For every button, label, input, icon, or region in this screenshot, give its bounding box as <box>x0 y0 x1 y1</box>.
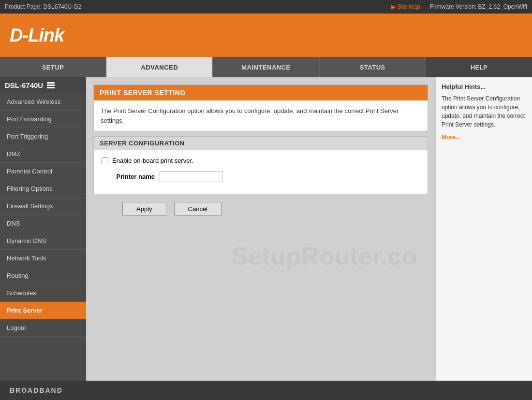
tab-help[interactable]: HELP <box>426 57 532 77</box>
logo: D-Link <box>10 25 64 46</box>
sidebar-item-port-triggering[interactable]: Port Triggering <box>0 128 86 145</box>
content-area: SetupRouter.co PRINT SERVER SETTING The … <box>86 77 435 381</box>
main-layout: DSL-6740U Advanced Wireless Port Forward… <box>0 77 532 381</box>
sidebar-item-network-tools[interactable]: Network Tools <box>0 250 86 267</box>
page-content: SetupRouter.co PRINT SERVER SETTING The … <box>86 77 435 381</box>
firmware-label: Firmware Version: BZ_2.62_OpenWifi <box>430 3 527 10</box>
sidebar-item-parental-control[interactable]: Parental Control <box>0 163 86 180</box>
sidebar-item-schedules[interactable]: Schedules <box>0 285 86 302</box>
print-server-section: PRINT SERVER SETTING The Print Server Co… <box>93 85 428 131</box>
sidebar-item-firewall-settings[interactable]: Firewall Settings <box>0 198 86 215</box>
tab-setup[interactable]: SETUP <box>0 57 106 77</box>
watermark: SetupRouter.co <box>231 242 417 271</box>
sidebar-item-logout[interactable]: Logout <box>0 319 86 337</box>
printer-name-row: Printer name <box>102 171 420 182</box>
enable-print-server-checkbox[interactable] <box>102 157 108 164</box>
sidebar-item-filtering-options[interactable]: Filtering Options <box>0 180 86 198</box>
server-config-box: SERVER CONFIGURATION Enable on-board pri… <box>93 136 428 194</box>
device-label: DSL-6740U <box>0 77 86 93</box>
help-text: The Print Server Configuration option al… <box>442 94 526 129</box>
header: D-Link <box>0 14 532 57</box>
enable-checkbox-label: Enable on-board print server. <box>112 157 193 164</box>
sitemap-link[interactable]: Site Map <box>391 3 420 10</box>
sidebar-item-dmz[interactable]: DMZ <box>0 145 86 163</box>
print-server-title: PRINT SERVER SETTING <box>94 85 428 100</box>
apply-button[interactable]: Apply <box>122 202 166 216</box>
footer: BROADBAND <box>0 381 532 400</box>
sidebar: DSL-6740U Advanced Wireless Port Forward… <box>0 77 86 381</box>
help-title: Helpful Hints... <box>442 83 526 90</box>
tab-maintenance[interactable]: MAINTENANCE <box>213 57 319 77</box>
sidebar-item-print-server[interactable]: Print Server <box>0 302 86 319</box>
sidebar-item-dynamic-dns[interactable]: Dynamic DNS <box>0 232 86 250</box>
help-more-link[interactable]: More... <box>442 134 460 141</box>
tab-status[interactable]: STATUS <box>320 57 426 77</box>
footer-label: BROADBAND <box>10 386 63 394</box>
top-bar: Product Page: DSL6740U-G2 Site Map Firmw… <box>0 0 532 14</box>
enable-checkbox-row: Enable on-board print server. <box>102 157 420 164</box>
tab-advanced[interactable]: ADVANCED <box>106 57 213 77</box>
product-label: Product Page: DSL6740U-G2 <box>5 3 81 10</box>
server-config-body: Enable on-board print server. Printer na… <box>94 150 428 194</box>
sidebar-item-dns[interactable]: DNS <box>0 215 86 232</box>
sidebar-item-advanced-wireless[interactable]: Advanced Wireless <box>0 93 86 111</box>
printer-name-label: Printer name <box>102 173 155 180</box>
cancel-button[interactable]: Cancel <box>174 202 222 216</box>
button-row: Apply Cancel <box>93 194 428 221</box>
nav-tabs: SETUP ADVANCED MAINTENANCE STATUS HELP <box>0 57 532 77</box>
help-panel: Helpful Hints... The Print Server Config… <box>435 77 532 381</box>
sidebar-item-routing[interactable]: Routing <box>0 267 86 285</box>
server-config-title: SERVER CONFIGURATION <box>94 137 428 150</box>
print-server-description: The Print Server Configuration option al… <box>94 100 428 131</box>
printer-name-input[interactable] <box>160 171 222 182</box>
sidebar-item-port-forwarding[interactable]: Port Forwarding <box>0 111 86 128</box>
